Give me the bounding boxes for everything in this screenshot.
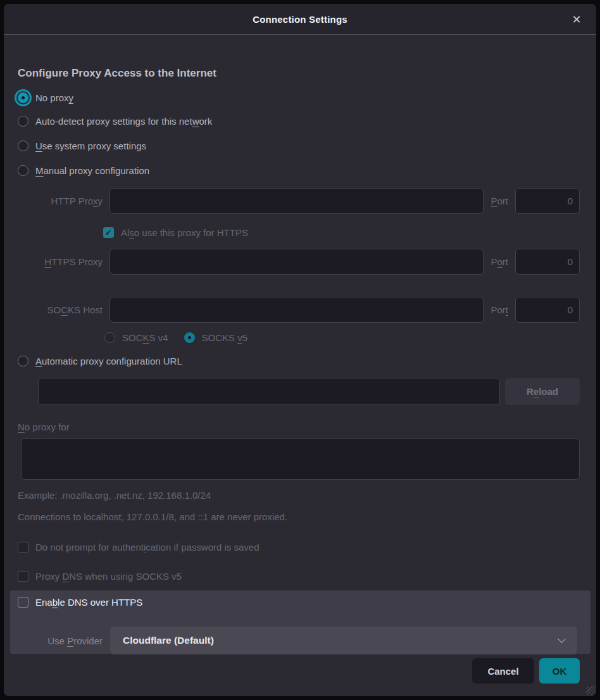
socks-v4-label: SOCKS v4 xyxy=(122,332,168,343)
radio-no-proxy[interactable]: No proxy xyxy=(18,92,73,103)
enable-doh-label: Enable DNS over HTTPS xyxy=(35,597,142,608)
checkbox-checked-icon: ✓ xyxy=(103,227,114,238)
enable-doh-checkbox-row[interactable]: Enable DNS over HTTPS xyxy=(18,597,142,608)
checkbox-icon xyxy=(18,571,28,582)
also-https-label: Also use this proxy for HTTPS xyxy=(121,227,248,238)
radio-icon xyxy=(18,165,28,176)
socks-v5-label: SOCKS v5 xyxy=(202,332,248,343)
auto-url-input[interactable] xyxy=(38,378,500,405)
https-port-label: Port xyxy=(491,256,508,267)
radio-selected-icon xyxy=(18,92,28,103)
socks-host-row: SOCKS Host Port xyxy=(18,297,580,323)
socks-version-row: SOCKS v4 SOCKS v5 xyxy=(104,332,247,343)
https-proxy-input[interactable] xyxy=(109,249,484,275)
radio-auto-detect-label: Auto-detect proxy settings for this netw… xyxy=(35,116,212,127)
radio-use-system[interactable]: Use system proxy settings xyxy=(18,141,146,151)
cancel-button[interactable]: Cancel xyxy=(472,658,534,684)
http-port-label: Port xyxy=(491,196,508,206)
socks-host-label: SOCKS Host xyxy=(18,304,103,315)
no-proxy-for-textarea[interactable] xyxy=(21,438,580,480)
https-proxy-label: HTTPS Proxy xyxy=(18,256,103,267)
no-proxy-for-label: No proxy for xyxy=(18,422,70,432)
radio-auto-detect[interactable]: Auto-detect proxy settings for this netw… xyxy=(18,116,212,127)
radio-socks-v4[interactable] xyxy=(104,332,115,343)
resize-grip[interactable] xyxy=(586,686,596,696)
no-auth-prompt-label: Do not prompt for authentication if pass… xyxy=(35,542,259,553)
provider-dropdown-value: Cloudflare (Default) xyxy=(123,635,553,646)
radio-icon xyxy=(18,141,28,151)
dns-over-https-section: Enable DNS over HTTPS Use Provider Cloud… xyxy=(10,591,591,654)
http-proxy-input[interactable] xyxy=(109,188,484,214)
radio-no-proxy-label: No proxy xyxy=(35,92,73,103)
ok-button[interactable]: OK xyxy=(539,658,580,684)
http-port-input[interactable] xyxy=(515,188,580,214)
connection-settings-dialog: Connection Settings ✕ Configure Proxy Ac… xyxy=(4,4,596,696)
https-proxy-row: HTTPS Proxy Port xyxy=(18,249,580,275)
socks-host-input[interactable] xyxy=(109,297,484,323)
no-auth-prompt-checkbox-row[interactable]: Do not prompt for authentication if pass… xyxy=(18,542,259,553)
proxy-dns-checkbox-row[interactable]: Proxy DNS when using SOCKS v5 xyxy=(18,571,182,582)
example-hint: Example: .mozilla.org, .net.nz, 192.168.… xyxy=(18,490,211,501)
https-port-input[interactable] xyxy=(515,249,580,275)
provider-dropdown[interactable]: Cloudflare (Default) xyxy=(110,627,577,654)
radio-manual[interactable]: Manual proxy configuration xyxy=(18,165,149,176)
auto-url-row: Reload xyxy=(38,378,580,405)
checkbox-icon xyxy=(18,597,28,608)
radio-manual-label: Manual proxy configuration xyxy=(35,165,149,176)
socks-port-label: Port xyxy=(491,304,508,315)
also-https-checkbox-row[interactable]: ✓ Also use this proxy for HTTPS xyxy=(103,227,248,238)
localhost-note: Connections to localhost, 127.0.0.1/8, a… xyxy=(18,511,287,522)
proxy-dns-label: Proxy DNS when using SOCKS v5 xyxy=(35,571,182,582)
http-proxy-label: HTTP Proxy xyxy=(18,196,103,206)
provider-row: Use Provider Cloudflare (Default) xyxy=(10,627,577,654)
reload-button[interactable]: Reload xyxy=(505,378,580,405)
socks-port-input[interactable] xyxy=(515,297,580,323)
dialog-title: Connection Settings xyxy=(253,14,347,25)
http-proxy-row: HTTP Proxy Port xyxy=(18,188,580,214)
radio-auto-url[interactable]: Automatic proxy configuration URL xyxy=(18,356,182,366)
radio-auto-url-label: Automatic proxy configuration URL xyxy=(35,356,182,366)
close-icon[interactable]: ✕ xyxy=(567,4,586,35)
use-provider-label: Use Provider xyxy=(10,635,103,646)
dialog-titlebar: Connection Settings ✕ xyxy=(4,4,596,35)
radio-icon xyxy=(18,356,28,366)
radio-icon xyxy=(18,116,28,127)
checkbox-icon xyxy=(18,542,28,553)
page-title: Configure Proxy Access to the Internet xyxy=(18,67,216,80)
radio-use-system-label: Use system proxy settings xyxy=(35,141,146,151)
radio-socks-v5[interactable] xyxy=(184,332,195,343)
chevron-down-icon xyxy=(558,635,566,643)
